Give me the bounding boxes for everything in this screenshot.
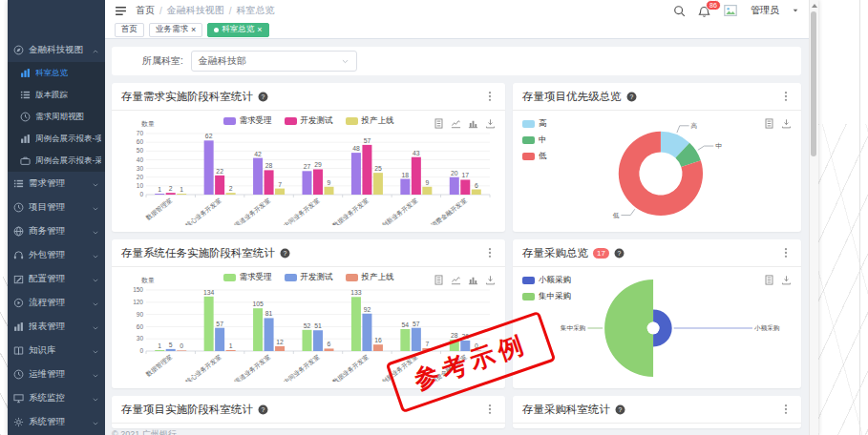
tab[interactable]: 首页: [115, 23, 144, 37]
chart-area: 需求受理开发测试投产上线 010203040506070数量121数据管理室62…: [112, 111, 505, 232]
notifications-button[interactable]: 86: [698, 5, 710, 17]
legend-label: 集中采购: [539, 291, 571, 302]
legend-item[interactable]: 低: [522, 151, 547, 162]
line-chart-icon[interactable]: [451, 272, 461, 282]
help-icon[interactable]: ?: [280, 248, 290, 259]
sidebar-subitem[interactable]: 科室总览: [8, 62, 105, 84]
svg-text:22: 22: [216, 168, 223, 175]
data-view-icon[interactable]: [434, 115, 444, 126]
scrollbar[interactable]: [809, 0, 818, 435]
more-menu-icon[interactable]: [780, 91, 792, 102]
filter-card: 所属科室: 金融科技部: [112, 47, 801, 75]
data-view-icon[interactable]: [764, 272, 774, 282]
more-menu-icon[interactable]: [484, 91, 496, 102]
svg-text:20: 20: [137, 174, 144, 180]
help-icon[interactable]: ?: [614, 248, 625, 259]
scrollbar-thumb[interactable]: [811, 11, 816, 156]
more-menu-icon[interactable]: [484, 404, 496, 415]
legend-item[interactable]: 开发测试: [285, 115, 333, 127]
sidebar-item[interactable]: 配置管理: [8, 267, 105, 291]
bar-chart-icon[interactable]: [468, 272, 478, 282]
sidebar-item[interactable]: 外包管理: [8, 243, 105, 267]
sidebar-item[interactable]: 系统管理: [8, 410, 105, 434]
legend-swatch: [522, 153, 535, 160]
username[interactable]: 管理员: [751, 4, 779, 17]
download-icon[interactable]: [485, 115, 496, 126]
bar-chart-icon[interactable]: [468, 115, 478, 126]
sidebar-item[interactable]: 知识库: [8, 339, 105, 362]
legend-item[interactable]: 小额采购: [522, 275, 571, 286]
chart-legend: 高中低: [522, 118, 547, 162]
department-select[interactable]: 金融科技部: [191, 51, 357, 72]
sidebar-item[interactable]: 需求管理: [8, 172, 105, 196]
help-icon[interactable]: ?: [258, 404, 268, 415]
breadcrumb-item[interactable]: 首页: [136, 4, 155, 17]
help-icon[interactable]: ?: [626, 92, 637, 102]
svg-text:28: 28: [265, 162, 273, 169]
download-icon[interactable]: [781, 115, 792, 126]
breadcrumb-separator: /: [159, 6, 162, 16]
scroll-up-arrow[interactable]: [810, 0, 818, 10]
bar-chart[interactable]: 010203040506070数量121数据管理室62222核心业务开发室422…: [116, 118, 498, 225]
sidebar-subitem[interactable]: 需求周期视图: [8, 106, 105, 128]
tab[interactable]: 科室总览×: [207, 23, 268, 37]
svg-text:54: 54: [402, 321, 410, 328]
sidebar-item[interactable]: 报表管理: [8, 315, 105, 339]
more-menu-icon[interactable]: [780, 247, 792, 259]
tab[interactable]: 业务需求×: [149, 23, 202, 37]
svg-text:1: 1: [158, 186, 161, 193]
breadcrumb-item[interactable]: 科室总览: [237, 4, 275, 17]
svg-text:43: 43: [413, 150, 420, 156]
collapse-menu-icon[interactable]: [115, 5, 127, 17]
sidebar-item[interactable]: 流程管理: [8, 291, 105, 315]
data-view-icon[interactable]: [764, 115, 774, 126]
sidebar-item[interactable]: 系统监控: [8, 386, 105, 410]
legend-item[interactable]: 开发测试: [285, 272, 333, 283]
legend-item[interactable]: 集中采购: [522, 291, 571, 302]
search-icon[interactable]: [673, 5, 686, 17]
sidebar-item[interactable]: 运维管理: [8, 362, 105, 386]
download-icon[interactable]: [485, 272, 496, 282]
svg-text:核心业务开发室: 核心业务开发室: [183, 353, 222, 382]
svg-text:中间业务开发室: 中间业务开发室: [282, 197, 321, 225]
legend-item[interactable]: 需求受理: [223, 272, 272, 283]
chevron-down-icon: [92, 180, 99, 188]
breadcrumb-item[interactable]: 金融科技视图: [167, 4, 224, 17]
svg-text:81: 81: [265, 310, 273, 317]
chart-toolbox: [764, 115, 792, 126]
background-diagonal-decoration: [818, 124, 868, 435]
sidebar-item[interactable]: 金融科技视图: [8, 38, 105, 62]
legend-item[interactable]: 中: [522, 135, 547, 146]
legend-item[interactable]: 需求受理: [223, 115, 272, 127]
legend-label: 小额采购: [539, 275, 571, 286]
svg-text:数据管理室: 数据管理室: [144, 197, 175, 222]
svg-text:?: ?: [617, 249, 621, 256]
line-chart-icon[interactable]: [451, 115, 461, 126]
card-procurement-dept-stats: 存量采购科室统计 ?: [513, 396, 801, 428]
more-menu-icon[interactable]: [780, 404, 792, 415]
svg-text:57: 57: [364, 137, 371, 144]
caret-down-icon[interactable]: [792, 7, 799, 14]
sidebar-subitem[interactable]: 版本跟踪: [8, 84, 105, 106]
legend-item[interactable]: 投产上线: [346, 272, 394, 283]
close-tab-icon[interactable]: ×: [257, 26, 262, 34]
legend-item[interactable]: 高: [522, 118, 547, 130]
legend-item[interactable]: 投产上线: [346, 115, 394, 127]
top-navbar: 首页/金融科技视图/科室总览 86 管理员: [105, 0, 809, 21]
download-icon[interactable]: [781, 272, 792, 282]
close-tab-icon[interactable]: ×: [191, 26, 196, 34]
card-header: 存量采购科室统计 ?: [513, 396, 801, 424]
help-icon[interactable]: ?: [258, 92, 268, 102]
sidebar-item[interactable]: 商务管理: [8, 219, 105, 243]
svg-text:6: 6: [328, 341, 331, 347]
avatar[interactable]: [723, 4, 738, 17]
svg-text:28: 28: [451, 332, 458, 339]
donut-chart[interactable]: 高中低: [513, 111, 801, 232]
sidebar-item[interactable]: 项目管理: [8, 196, 105, 219]
sidebar-subitem[interactable]: 周例会展示报表-采购: [8, 150, 105, 172]
help-icon[interactable]: ?: [615, 404, 625, 415]
more-menu-icon[interactable]: [484, 247, 496, 259]
data-view-icon[interactable]: [434, 272, 444, 282]
chevron-down-icon: [92, 204, 99, 212]
sidebar-subitem[interactable]: 周例会展示报表-项目: [8, 128, 105, 150]
